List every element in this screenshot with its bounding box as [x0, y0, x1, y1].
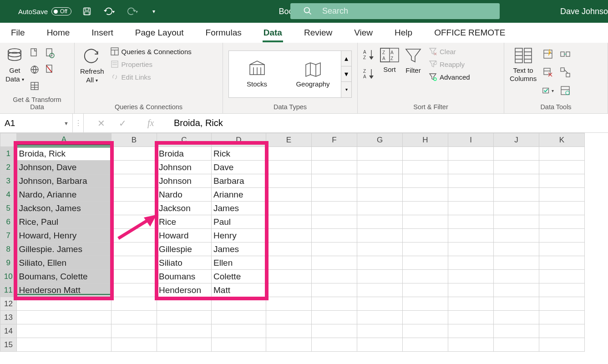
cell[interactable]	[312, 147, 357, 161]
cell[interactable]	[266, 188, 312, 202]
cell[interactable]	[111, 174, 157, 188]
cell[interactable]	[539, 283, 585, 297]
cell[interactable]: Broida, Rick	[17, 147, 111, 161]
tab-office-remote[interactable]: OFFICE REMOTE	[423, 23, 516, 42]
cell[interactable]: Boumans, Colette	[17, 270, 111, 283]
queries-connections-button[interactable]: Queries & Connections	[109, 46, 193, 56]
cell[interactable]	[357, 270, 403, 283]
cell[interactable]	[448, 202, 494, 215]
cell[interactable]: Barbara	[212, 174, 266, 188]
cell[interactable]	[312, 188, 357, 202]
cell[interactable]	[539, 243, 585, 256]
cell[interactable]	[448, 147, 494, 161]
cell[interactable]	[403, 215, 448, 229]
cell[interactable]	[539, 174, 585, 188]
cell[interactable]	[494, 283, 539, 297]
cell[interactable]	[17, 297, 111, 311]
cell[interactable]	[111, 297, 157, 311]
cell[interactable]	[111, 270, 157, 283]
cell[interactable]	[357, 147, 403, 161]
cell[interactable]	[357, 283, 403, 297]
cell[interactable]	[494, 147, 539, 161]
cell[interactable]	[17, 324, 111, 338]
cell[interactable]	[539, 297, 585, 311]
spreadsheet-grid[interactable]: A B C D E F G H I J K 1Broida, RickBroid…	[0, 133, 608, 352]
cell[interactable]: Gillespie. James	[17, 243, 111, 256]
from-text-csv-icon[interactable]	[29, 46, 41, 60]
cell[interactable]	[266, 229, 312, 243]
cell[interactable]: Broida	[157, 147, 212, 161]
cell[interactable]	[448, 297, 494, 311]
cell[interactable]: Jackson, James	[17, 202, 111, 215]
col-header-H[interactable]: H	[403, 133, 448, 147]
cell[interactable]	[448, 174, 494, 188]
cell[interactable]	[357, 311, 403, 324]
tab-data[interactable]: Data	[253, 23, 293, 42]
existing-connections-icon[interactable]	[44, 63, 56, 76]
cell[interactable]: Jackson	[157, 202, 212, 215]
cell[interactable]	[494, 270, 539, 283]
cell[interactable]: Ellen	[212, 256, 266, 270]
cell[interactable]	[403, 256, 448, 270]
cell[interactable]	[111, 147, 157, 161]
cell[interactable]	[17, 338, 111, 352]
cell[interactable]	[312, 324, 357, 338]
manage-data-model-icon[interactable]	[558, 83, 572, 98]
undo-dropdown-icon[interactable]: ▾	[112, 9, 115, 14]
cell[interactable]	[448, 229, 494, 243]
cell[interactable]	[266, 283, 312, 297]
cell[interactable]	[157, 297, 212, 311]
cell[interactable]	[403, 283, 448, 297]
cell[interactable]	[494, 338, 539, 352]
row-header[interactable]: 1	[0, 147, 17, 161]
relationships-icon[interactable]	[558, 65, 572, 80]
refresh-all-button[interactable]: Refresh All ▾	[80, 46, 104, 85]
cell[interactable]	[212, 338, 266, 352]
row-header[interactable]: 4	[0, 188, 17, 202]
cell[interactable]	[494, 311, 539, 324]
flash-fill-icon[interactable]	[541, 46, 555, 62]
row-header[interactable]: 9	[0, 256, 17, 270]
cell[interactable]	[357, 243, 403, 256]
cell[interactable]	[266, 243, 312, 256]
cell[interactable]	[111, 229, 157, 243]
cell[interactable]	[403, 311, 448, 324]
cell[interactable]	[266, 297, 312, 311]
cell[interactable]	[539, 147, 585, 161]
cell[interactable]: Henderson	[157, 283, 212, 297]
recent-sources-icon[interactable]	[44, 46, 56, 60]
cell[interactable]	[403, 297, 448, 311]
cell[interactable]	[357, 174, 403, 188]
tab-help[interactable]: Help	[384, 23, 423, 42]
cell[interactable]	[266, 338, 312, 352]
cell[interactable]: Howard, Henry	[17, 229, 111, 243]
fx-icon[interactable]: fx	[140, 118, 161, 128]
cell[interactable]: Johnson, Barbara	[17, 174, 111, 188]
formula-input[interactable]	[166, 114, 608, 132]
cell[interactable]	[448, 161, 494, 174]
cell[interactable]	[448, 338, 494, 352]
cell[interactable]	[494, 188, 539, 202]
cell[interactable]	[266, 161, 312, 174]
cell[interactable]	[266, 324, 312, 338]
cell[interactable]	[312, 283, 357, 297]
cell[interactable]	[312, 338, 357, 352]
row-header[interactable]: 8	[0, 243, 17, 256]
cell[interactable]: Siliato, Ellen	[17, 256, 111, 270]
cell[interactable]	[266, 256, 312, 270]
cell[interactable]	[403, 243, 448, 256]
cell[interactable]	[111, 283, 157, 297]
cell[interactable]	[448, 311, 494, 324]
sort-za-icon[interactable]: ZA	[363, 68, 375, 79]
cell[interactable]	[494, 229, 539, 243]
search-input[interactable]	[290, 3, 500, 19]
cell[interactable]: Howard	[157, 229, 212, 243]
cell[interactable]	[403, 161, 448, 174]
tab-page-layout[interactable]: Page Layout	[124, 23, 195, 42]
cell[interactable]	[111, 161, 157, 174]
tab-view[interactable]: View	[343, 23, 384, 42]
cell[interactable]	[312, 174, 357, 188]
cell[interactable]	[494, 324, 539, 338]
consolidate-icon[interactable]	[558, 46, 572, 62]
row-header[interactable]: 12	[0, 297, 17, 311]
